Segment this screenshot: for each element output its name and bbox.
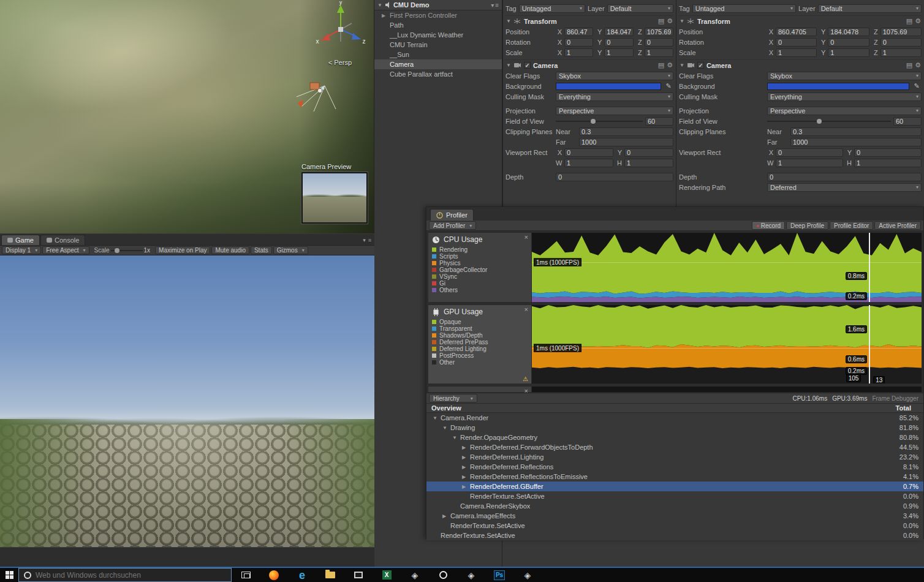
legend-item[interactable]: Other xyxy=(432,359,528,366)
viewport-h-field[interactable] xyxy=(854,159,922,167)
legend-item[interactable]: Physics xyxy=(432,260,528,266)
gpu-usage-panel[interactable]: GPU Usage OpaqueTransparentShadows/Depth… xyxy=(428,304,532,384)
frame-debugger-button[interactable]: Frame Debugger xyxy=(872,395,918,402)
depth-field[interactable] xyxy=(556,173,673,181)
legend-item[interactable]: VSync xyxy=(432,273,528,280)
fov-slider[interactable] xyxy=(767,117,891,126)
position-z-field[interactable] xyxy=(645,28,673,36)
edge-taskbar-button[interactable]: e xyxy=(288,567,316,582)
fov-slider-knob[interactable] xyxy=(591,119,596,124)
hierarchy-item[interactable]: Path xyxy=(374,20,502,30)
gizmo-center-cube[interactable] xyxy=(338,27,343,32)
gear-icon[interactable]: ⚙ xyxy=(915,17,921,25)
record-button[interactable]: ● Record xyxy=(752,221,785,230)
x-axis-cone[interactable] xyxy=(320,34,330,40)
overview-row[interactable]: ▶RenderDeferred.ForwardObjectsToDepth44.… xyxy=(426,442,923,452)
help-icon[interactable]: ▤ xyxy=(658,61,664,69)
position-x-field[interactable] xyxy=(564,28,593,36)
scale-z-field[interactable] xyxy=(645,48,673,57)
camera-component-header[interactable]: ▼ ✓ Camera ▤⚙ xyxy=(506,59,673,70)
fov-slider-knob[interactable] xyxy=(817,119,822,124)
foldout-arrow[interactable]: ▼ xyxy=(452,435,460,440)
detail-mode-dropdown[interactable]: Hierarchy▾ xyxy=(429,394,477,402)
z-axis-cone[interactable] xyxy=(352,33,361,40)
cpu-usage-panel[interactable]: CPU Usage RenderingScriptsPhysicsGarbage… xyxy=(428,232,532,303)
legend-item[interactable]: Deferred PrePass xyxy=(432,339,528,346)
foldout-arrow[interactable]: ▶ xyxy=(462,455,470,460)
foldout-arrow[interactable]: ▼ xyxy=(442,425,450,431)
profile-editor-button[interactable]: Profile Editor xyxy=(830,221,873,230)
tab-profiler[interactable]: Profiler xyxy=(430,209,474,221)
browser-ring-taskbar-button[interactable] xyxy=(429,567,457,582)
app-taskbar-button[interactable] xyxy=(344,567,373,582)
overview-row[interactable]: Camera.RenderSkybox0.9% xyxy=(426,501,923,511)
mute-audio-toggle[interactable]: Mute audio xyxy=(211,246,249,254)
stats-toggle[interactable]: Stats xyxy=(251,246,272,254)
clear-flags-dropdown[interactable]: Skybox▾ xyxy=(556,72,673,80)
unity-taskbar-button-1[interactable]: ◈ xyxy=(401,567,429,582)
clear-flags-dropdown[interactable]: Skybox▾ xyxy=(767,72,922,80)
rotation-z-field[interactable] xyxy=(645,38,673,47)
gpu-usage-chart[interactable]: 1ms (1000FPS) 1.6ms 0.6ms 0.2ms 105 13 xyxy=(532,304,922,384)
hierarchy-item[interactable]: __Lux Dynamic Weather xyxy=(374,30,502,40)
rotation-z-field[interactable] xyxy=(880,38,922,47)
total-column-header[interactable]: Total xyxy=(896,404,918,412)
scale-slider[interactable] xyxy=(111,250,143,251)
camera-component-header[interactable]: ▼ ✓ Camera ▤⚙ xyxy=(679,59,922,70)
viewport-x-field[interactable] xyxy=(776,148,843,157)
tab-console[interactable]: Console xyxy=(40,235,85,245)
game-viewport[interactable] xyxy=(0,255,374,547)
far-field[interactable] xyxy=(790,138,922,146)
panel-menu-icon[interactable]: ≡ xyxy=(368,237,371,243)
camera-enabled-checkbox[interactable]: ✓ xyxy=(697,62,704,69)
transform-header[interactable]: ▼ Transform ▤⚙ xyxy=(679,15,922,26)
overview-row[interactable]: RenderTexture.SetActive0.0% xyxy=(426,491,923,501)
scene-dropdown-icon[interactable]: ▾ xyxy=(491,2,494,9)
scene-audio-icon[interactable] xyxy=(385,2,391,8)
near-field[interactable] xyxy=(790,127,922,136)
scale-y-field[interactable] xyxy=(604,48,633,57)
task-view-button[interactable] xyxy=(232,567,260,582)
overview-row[interactable]: RenderTexture.SetActive0.0% xyxy=(426,521,923,531)
taskbar-search[interactable] xyxy=(18,568,232,582)
culling-mask-dropdown[interactable]: Everything▾ xyxy=(556,93,673,101)
foldout-arrow[interactable]: ▼ xyxy=(377,2,382,8)
foldout-arrow[interactable]: ▼ xyxy=(433,415,441,421)
scale-slider-knob[interactable] xyxy=(115,248,119,253)
hierarchy-item[interactable]: Cube Parallax artfact xyxy=(374,69,502,79)
excel-taskbar-button[interactable]: X xyxy=(373,567,401,582)
overview-row[interactable]: ▼Render.OpaqueGeometry80.8% xyxy=(426,433,923,442)
selected-frame-line[interactable] xyxy=(869,233,870,302)
scale-y-field[interactable] xyxy=(828,48,869,57)
camera-enabled-checkbox[interactable]: ✓ xyxy=(524,62,531,69)
cpu-usage-chart[interactable]: 1ms (1000FPS) 0.8ms 0.2ms xyxy=(532,232,922,303)
layer-dropdown[interactable]: Default▾ xyxy=(818,4,922,13)
foldout-arrow[interactable]: ▶ xyxy=(462,474,470,480)
rotation-x-field[interactable] xyxy=(776,38,817,47)
legend-item[interactable]: Deferred Lighting xyxy=(432,346,528,352)
hierarchy-item[interactable]: ▶First Person Controller xyxy=(374,10,502,20)
position-z-field[interactable] xyxy=(880,28,922,36)
overview-row[interactable]: ▼Camera.Render85.2% xyxy=(426,413,923,423)
foldout-arrow[interactable]: ▶ xyxy=(462,484,470,489)
legend-item[interactable]: Shadows/Depth xyxy=(432,332,528,339)
fov-field[interactable] xyxy=(893,117,922,126)
transform-header[interactable]: ▼ Transform ▤⚙ xyxy=(506,15,673,26)
photoshop-taskbar-button[interactable]: Ps xyxy=(485,567,513,582)
viewport-y-field[interactable] xyxy=(854,148,922,157)
gear-icon[interactable]: ⚙ xyxy=(667,17,673,25)
foldout-arrow[interactable]: ▼ xyxy=(680,18,684,24)
camera-gizmo[interactable] xyxy=(293,72,342,115)
scene-menu-icon[interactable]: ≡ xyxy=(495,2,499,9)
help-icon[interactable]: ▤ xyxy=(906,17,912,25)
overview-row[interactable]: ▼Drawing81.8% xyxy=(426,423,923,433)
foldout-arrow[interactable]: ▼ xyxy=(506,18,511,24)
viewport-w-field[interactable] xyxy=(564,159,613,167)
foldout-arrow[interactable]: ▶ xyxy=(462,464,470,470)
overview-row[interactable]: ▶RenderDeferred.GBuffer0.7% xyxy=(426,482,923,491)
close-panel-button[interactable]: × xyxy=(524,233,528,241)
eyedropper-icon[interactable]: ✎ xyxy=(912,82,922,90)
far-field[interactable] xyxy=(579,138,673,146)
hierarchy-scene-header[interactable]: ▼ CMU Demo ▾ ≡ xyxy=(374,0,502,10)
projection-dropdown[interactable]: Perspective▾ xyxy=(767,107,922,115)
